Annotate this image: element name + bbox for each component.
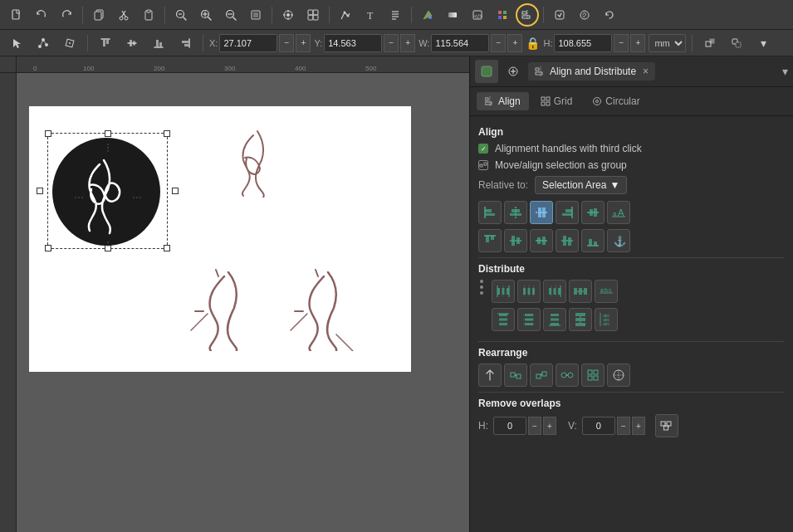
dist-center-v-button[interactable] <box>517 308 541 331</box>
list-tool-button[interactable] <box>384 3 407 27</box>
panel-expand-button[interactable]: ▾ <box>782 65 788 78</box>
align-text-baseline-button[interactable]: aA <box>607 201 630 224</box>
redo-button[interactable] <box>55 3 78 27</box>
selection-box[interactable] <box>47 133 168 249</box>
align-top-button[interactable] <box>94 32 117 55</box>
undo-button[interactable] <box>30 3 53 27</box>
handle-mid-right[interactable] <box>172 188 179 194</box>
select-all-button[interactable] <box>301 3 325 27</box>
rearrange-6-button[interactable] <box>607 364 630 387</box>
paste-button[interactable] <box>137 3 160 27</box>
history-button[interactable] <box>598 3 621 27</box>
dist-right-button[interactable] <box>543 280 566 303</box>
align-right-edges-button[interactable] <box>556 201 579 224</box>
align-center-h-button[interactable] <box>581 201 605 224</box>
fill-stroke-panel-icon[interactable] <box>475 60 498 83</box>
y-decrease-button[interactable]: − <box>384 34 399 52</box>
cut-button[interactable] <box>112 3 135 27</box>
h-input[interactable] <box>554 34 612 52</box>
dist-text-v-button[interactable]: abcabcabc <box>595 308 618 331</box>
remove-overlaps-apply-button[interactable] <box>655 414 678 437</box>
x-input[interactable] <box>219 34 277 52</box>
tab-circular[interactable]: Circular <box>584 92 648 110</box>
align-centers-bottom-button[interactable] <box>556 229 579 252</box>
align-bottom-edges-button[interactable] <box>581 229 605 252</box>
handle-mid-left[interactable] <box>37 188 43 194</box>
rearrange-1-button[interactable] <box>478 364 502 387</box>
align-top-edges-button[interactable] <box>478 229 502 252</box>
h-decrease-button[interactable]: − <box>614 34 629 52</box>
misc-button-2[interactable] <box>573 3 596 27</box>
select-tool-button[interactable] <box>5 32 28 55</box>
tab-grid[interactable]: Grid <box>532 92 581 110</box>
snap-options-button[interactable] <box>698 32 722 55</box>
transform-button[interactable] <box>58 32 81 55</box>
edit-nodes-button[interactable] <box>334 3 357 27</box>
dist-bottom-button[interactable] <box>543 308 566 331</box>
rearrange-5-button[interactable] <box>581 364 605 387</box>
x-increase-button[interactable]: + <box>296 34 311 52</box>
lock-proportions-icon[interactable]: 🔒 <box>526 37 540 50</box>
divider-1 <box>478 257 785 258</box>
zoom-minor-button[interactable] <box>169 3 193 27</box>
color-picker-button[interactable] <box>416 3 439 27</box>
align-anchor-button[interactable]: ⚓ <box>607 229 630 252</box>
tab-align[interactable]: Align <box>477 92 529 110</box>
align-distribute-button[interactable] <box>516 3 539 27</box>
new-document-button[interactable] <box>5 3 28 27</box>
alignment-handles-checkbox[interactable]: ✓ <box>478 144 488 154</box>
snap-button[interactable] <box>277 3 300 27</box>
dist-gaps-v-button[interactable] <box>569 308 592 331</box>
dist-center-h-button[interactable] <box>517 280 541 303</box>
move-align-checkbox[interactable] <box>478 160 488 170</box>
w-decrease-button[interactable]: − <box>491 34 506 52</box>
dist-top-eq-button[interactable] <box>492 308 515 331</box>
rearrange-4-button[interactable] <box>556 364 579 387</box>
dist-gaps-h-button[interactable] <box>569 280 592 303</box>
overlap-h-decrease[interactable]: − <box>528 417 541 435</box>
node-edit-button[interactable] <box>32 32 55 55</box>
zoom-fit-button[interactable] <box>244 3 267 27</box>
align-center-v-button[interactable] <box>120 32 144 55</box>
zoom-in-button[interactable] <box>194 3 218 27</box>
align-distribute-panel-tab[interactable]: Align and Distribute × <box>528 62 655 81</box>
w-input[interactable] <box>431 34 489 52</box>
text-tool-button[interactable]: T <box>359 3 382 27</box>
overlap-h-input[interactable] <box>493 417 526 435</box>
x-decrease-button[interactable]: − <box>279 34 294 52</box>
align-center-middle-button[interactable] <box>530 229 553 252</box>
dist-baseline-button[interactable]: abc <box>595 280 618 303</box>
dist-left-eq-button[interactable] <box>492 280 515 303</box>
transform-options-button[interactable] <box>725 32 748 55</box>
align-right-button[interactable] <box>174 32 197 55</box>
unit-selector[interactable]: mm px pt cm in <box>649 34 686 52</box>
overlap-v-input[interactable] <box>582 417 615 435</box>
h-increase-button[interactable]: + <box>630 34 645 52</box>
align-center-vertical-button[interactable] <box>504 201 527 224</box>
expand-toolbar-button[interactable]: ▾ <box>751 32 775 55</box>
divider-3 <box>478 392 785 393</box>
gradient-tool-button[interactable] <box>441 3 464 27</box>
canvas-area[interactable]: 0 100 200 300 400 500 <box>0 56 469 532</box>
align-bottom-button[interactable] <box>147 32 170 55</box>
object-properties-panel-icon[interactable] <box>502 60 525 83</box>
align-centers-top-button[interactable] <box>504 229 527 252</box>
misc-button-1[interactable] <box>548 3 571 27</box>
overlap-v-decrease[interactable]: − <box>617 417 630 435</box>
svg-point-88 <box>594 98 601 105</box>
align-left-edges-button[interactable] <box>478 201 502 224</box>
overlap-v-increase[interactable]: + <box>632 417 645 435</box>
w-increase-button[interactable]: + <box>507 34 522 52</box>
y-increase-button[interactable]: + <box>400 34 415 52</box>
y-input[interactable] <box>324 34 382 52</box>
color-manager-button[interactable] <box>491 3 514 27</box>
zoom-out-button[interactable] <box>219 3 242 27</box>
rearrange-2-button[interactable] <box>504 364 527 387</box>
panel-close-button[interactable]: × <box>643 66 649 77</box>
relative-to-select[interactable]: Selection Area ▼ <box>535 176 627 194</box>
xml-editor-button[interactable]: </> <box>466 3 489 27</box>
rearrange-3-button[interactable] <box>530 364 553 387</box>
align-center-horizontal-button[interactable] <box>530 201 553 224</box>
overlap-h-increase[interactable]: + <box>543 417 556 435</box>
copy-to-clipboard-button[interactable] <box>87 3 110 27</box>
